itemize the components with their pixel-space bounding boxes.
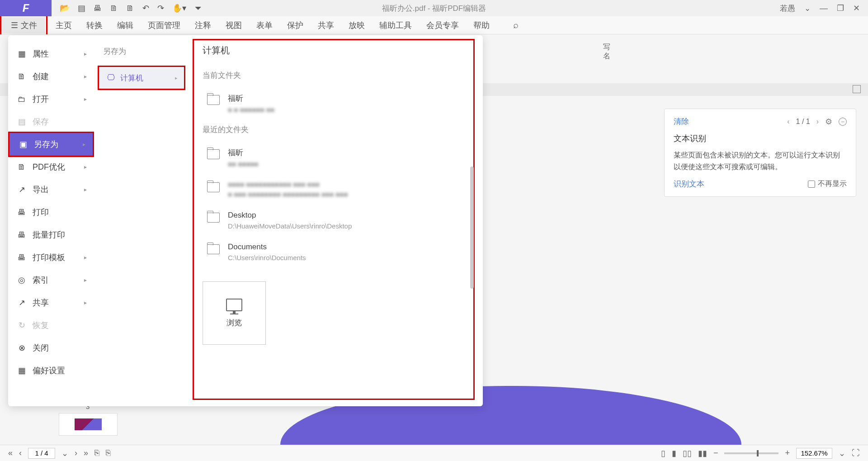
file-item-saveas[interactable]: ▣另存为▸ [9, 133, 93, 156]
computer-icon: 🖵 [107, 73, 115, 82]
search-icon[interactable]: ⌕ [513, 20, 519, 30]
menu-edit[interactable]: 编辑 [117, 20, 133, 31]
menu-view[interactable]: 视图 [226, 20, 242, 31]
ocr-noshow-checkbox[interactable]: 不再显示 [808, 179, 847, 189]
file-item-optimize[interactable]: 🗎PDF优化▸ [8, 156, 94, 178]
file-label: 文件 [21, 20, 37, 31]
file-item-share[interactable]: ↗共享▸ [8, 291, 94, 314]
undo-icon[interactable]: ↶ [142, 3, 149, 13]
menu-form[interactable]: 表单 [256, 20, 273, 31]
recent-folder-item[interactable]: Desktop D:\HuaweiMoveData\Users\rinro\De… [203, 204, 469, 236]
scrollbar[interactable] [470, 166, 474, 289]
file-item-print[interactable]: 🖶打印 [8, 201, 94, 223]
menu-comment[interactable]: 注释 [195, 20, 211, 31]
chevron-right-icon: ▸ [84, 96, 87, 102]
folder-icon [207, 213, 220, 223]
menu-tools[interactable]: 辅助工具 [379, 20, 412, 31]
view-facing-cont-icon[interactable]: ▮▮ [698, 448, 707, 458]
chevron-right-icon: ▸ [175, 75, 178, 81]
user-dropdown-icon[interactable]: ⌄ [804, 4, 811, 13]
ocr-collapse-icon[interactable]: − [839, 118, 847, 126]
strip-icon[interactable] [853, 85, 861, 93]
view-single-icon[interactable]: ▯ [661, 448, 665, 458]
gear-icon[interactable]: ⚙ [825, 117, 832, 127]
close-icon[interactable]: ✕ [853, 3, 860, 13]
monitor-icon [226, 299, 242, 311]
folder-icon [207, 149, 220, 159]
menu-present[interactable]: 放映 [349, 20, 365, 31]
recent-folder-item[interactable]: Documents C:\Users\rinro\Documents [203, 236, 469, 268]
template-icon: 🖶 [17, 253, 26, 262]
menu-vip[interactable]: 会员专享 [426, 20, 459, 31]
minimize-icon[interactable]: — [820, 4, 828, 13]
zoom-in-icon[interactable]: + [785, 448, 790, 458]
file-item-export[interactable]: ↗导出▸ [8, 178, 94, 201]
file-item-batchprint[interactable]: 🖶批量打印 [8, 223, 94, 246]
file-item-index[interactable]: ◎索引▸ [8, 269, 94, 291]
page-dropdown-icon[interactable]: ⌄ [61, 448, 68, 458]
ocr-recognize-link[interactable]: 识别文本 [674, 179, 704, 189]
chevron-right-icon: ▸ [84, 186, 87, 193]
current-folder-item[interactable]: 福昕 ■ ■ ■■■■■■ ■■ [203, 87, 469, 120]
doc-icon[interactable]: 🗎 [110, 4, 118, 13]
optimize-icon: 🗎 [17, 162, 26, 171]
ocr-next-icon[interactable]: › [816, 118, 819, 126]
share-icon: ↗ [17, 298, 26, 307]
first-page-icon[interactable]: « [8, 448, 13, 458]
hand-icon[interactable]: ✋▾ [172, 3, 186, 13]
file-item-restore: ↻恢复 [8, 314, 94, 337]
redo-icon[interactable]: ↷ [157, 3, 164, 13]
menu-share[interactable]: 共享 [318, 20, 334, 31]
chevron-right-icon: ▸ [84, 299, 87, 306]
more-icon[interactable]: ⏷ [194, 4, 203, 13]
chevron-right-icon: ▸ [84, 164, 87, 170]
menu-page[interactable]: 页面管理 [148, 20, 180, 31]
zoom-slider[interactable] [724, 452, 778, 454]
fullscreen-icon[interactable]: ⛶ [852, 448, 860, 458]
menu-home[interactable]: 主页 [56, 20, 72, 31]
ocr-noshow-input[interactable] [808, 181, 815, 188]
batchprint-icon: 🖶 [17, 230, 26, 239]
recent-folder-item[interactable]: 福昕 ■■ ■■■■■ [203, 141, 469, 174]
view-continuous-icon[interactable]: ▮ [672, 448, 676, 458]
last-page-icon[interactable]: » [84, 448, 88, 458]
page-thumbnail[interactable] [59, 413, 118, 436]
menu-help[interactable]: 帮助 [473, 20, 490, 31]
browse-button[interactable]: 浏览 [203, 281, 266, 345]
file-item-close[interactable]: ⊗关闭 [8, 337, 94, 359]
link-back-icon[interactable]: ⎘ [94, 448, 99, 458]
file-item-properties[interactable]: ▦属性▸ [8, 43, 94, 65]
page-input[interactable] [28, 448, 55, 459]
ocr-clear-link[interactable]: 清除 [674, 116, 689, 127]
file-item-printtemplate[interactable]: 🖶打印模板▸ [8, 246, 94, 269]
print-icon[interactable]: 🖶 [94, 4, 102, 13]
open-icon[interactable]: 📂 [60, 3, 70, 13]
link-fwd-icon[interactable]: ⎘ [106, 448, 111, 458]
zoom-input[interactable] [796, 448, 832, 459]
file-item-create[interactable]: 🗎创建▸ [8, 65, 94, 88]
file-menu-panel: ▦属性▸ 🗎创建▸ 🗀打开▸ ▤保存 ▣另存为▸ 🗎PDF优化▸ ↗导出▸ 🖶打… [8, 35, 483, 406]
ocr-prev-icon[interactable]: ‹ [787, 118, 789, 126]
save-icon[interactable]: ▤ [78, 3, 85, 13]
doc2-icon[interactable]: 🗎 [126, 4, 134, 13]
zoom-out-icon[interactable]: − [713, 448, 718, 458]
prev-page-icon[interactable]: ‹ [19, 448, 22, 458]
file-item-open[interactable]: 🗀打开▸ [8, 88, 94, 110]
zoom-dropdown-icon[interactable]: ⌄ [839, 448, 845, 458]
user-name[interactable]: 若愚 [780, 3, 795, 14]
menu-bar: ☰ 文件 主页 转换 编辑 页面管理 注释 视图 表单 保护 共享 放映 辅助工… [0, 16, 868, 34]
maximize-icon[interactable]: ❐ [837, 3, 844, 13]
file-menu-button[interactable]: ☰ 文件 [2, 17, 45, 33]
next-page-icon[interactable]: › [75, 448, 77, 458]
menu-convert[interactable]: 转换 [86, 20, 103, 31]
view-facing-icon[interactable]: ▯▯ [683, 448, 692, 458]
chevron-right-icon: ▸ [84, 254, 87, 261]
create-icon: 🗎 [17, 72, 26, 81]
folder-icon [207, 95, 220, 105]
folder-name: 福昕 [228, 93, 274, 104]
file-item-preferences[interactable]: ▦偏好设置 [8, 359, 94, 382]
recent-folder-item[interactable]: ■■■■ ■■■■■■■■■■■ ■■■ ■■■ ■ ■■■ ■■■■■■■■ … [203, 174, 469, 204]
saveas-computer[interactable]: 🖵 计算机 ▸ [99, 67, 184, 89]
restore-icon: ↻ [17, 321, 26, 330]
menu-protect[interactable]: 保护 [287, 20, 303, 31]
